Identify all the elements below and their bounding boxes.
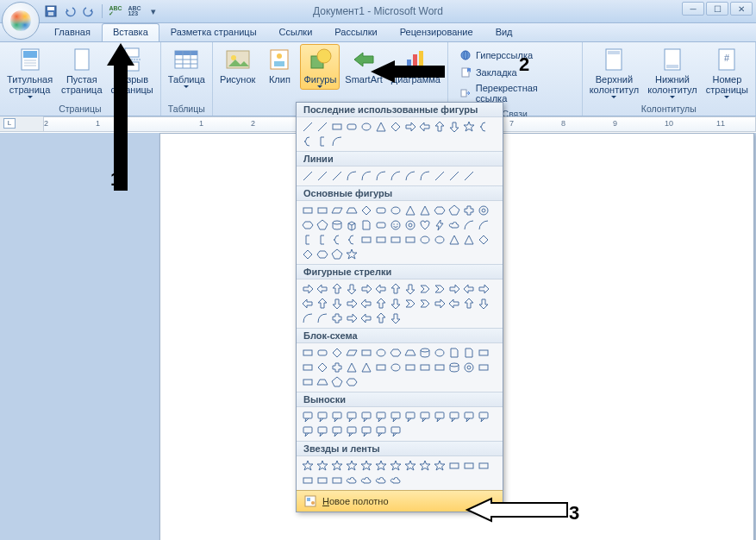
shape-item[interactable] xyxy=(330,297,344,311)
shape-item[interactable] xyxy=(330,218,344,232)
shape-item[interactable] xyxy=(477,120,490,134)
shape-item[interactable] xyxy=(418,282,432,296)
undo-icon[interactable] xyxy=(62,3,78,19)
shape-item[interactable] xyxy=(374,218,388,232)
shape-item[interactable] xyxy=(447,233,461,247)
shape-item[interactable] xyxy=(477,233,490,247)
shape-item[interactable] xyxy=(462,361,476,374)
shape-item[interactable] xyxy=(389,410,403,424)
shape-item[interactable] xyxy=(418,459,432,473)
shape-item[interactable] xyxy=(345,459,359,473)
shape-item[interactable] xyxy=(433,361,447,374)
shape-item[interactable] xyxy=(374,297,388,311)
shape-item[interactable] xyxy=(403,297,417,311)
shape-item[interactable] xyxy=(316,474,329,487)
shape-item[interactable] xyxy=(477,204,490,217)
shape-item[interactable] xyxy=(316,233,329,247)
shape-item[interactable] xyxy=(447,204,461,217)
shape-item[interactable] xyxy=(359,459,373,473)
shape-item[interactable] xyxy=(301,361,315,374)
blank-page-button[interactable]: Пустая страница xyxy=(58,44,105,97)
shape-item[interactable] xyxy=(345,375,359,389)
shape-item[interactable] xyxy=(403,459,417,473)
shape-item[interactable] xyxy=(301,120,315,134)
shape-item[interactable] xyxy=(330,410,344,424)
shape-item[interactable] xyxy=(374,361,388,374)
shape-item[interactable] xyxy=(389,233,403,247)
shape-item[interactable] xyxy=(374,474,388,487)
shape-item[interactable] xyxy=(447,282,461,296)
shape-item[interactable] xyxy=(433,282,447,296)
shape-item[interactable] xyxy=(316,169,329,183)
tab-page-layout[interactable]: Разметка страницы xyxy=(159,23,268,41)
shape-item[interactable] xyxy=(403,218,417,232)
bookmark-button[interactable]: Закладка xyxy=(457,65,573,80)
shape-item[interactable] xyxy=(359,169,373,183)
tab-selector[interactable]: L xyxy=(3,118,16,129)
shape-item[interactable] xyxy=(477,282,490,296)
shape-item[interactable] xyxy=(418,297,432,311)
minimize-button[interactable]: ─ xyxy=(682,2,704,16)
shape-item[interactable] xyxy=(389,459,403,473)
shape-item[interactable] xyxy=(301,311,315,325)
shape-item[interactable] xyxy=(359,120,373,134)
shape-item[interactable] xyxy=(477,346,490,360)
shape-item[interactable] xyxy=(403,346,417,360)
shape-item[interactable] xyxy=(316,204,329,217)
shape-item[interactable] xyxy=(330,424,344,438)
shape-item[interactable] xyxy=(330,459,344,473)
shape-item[interactable] xyxy=(374,424,388,438)
header-button[interactable]: Верхний колонтитул xyxy=(586,44,643,100)
shape-item[interactable] xyxy=(477,410,490,424)
shape-item[interactable] xyxy=(374,169,388,183)
shape-item[interactable] xyxy=(316,424,329,438)
shape-item[interactable] xyxy=(462,410,476,424)
shape-item[interactable] xyxy=(433,346,447,360)
shape-item[interactable] xyxy=(345,120,359,134)
shape-item[interactable] xyxy=(301,459,315,473)
shape-item[interactable] xyxy=(477,361,490,374)
tab-review[interactable]: Рецензирование xyxy=(389,23,484,41)
shape-item[interactable] xyxy=(301,375,315,389)
shape-item[interactable] xyxy=(345,204,359,217)
tab-view[interactable]: Вид xyxy=(484,23,524,41)
shape-item[interactable] xyxy=(316,361,329,374)
shape-item[interactable] xyxy=(447,218,461,232)
shape-item[interactable] xyxy=(330,474,344,487)
shape-item[interactable] xyxy=(374,120,388,134)
shape-item[interactable] xyxy=(345,169,359,183)
shape-item[interactable] xyxy=(345,248,359,261)
shape-item[interactable] xyxy=(316,459,329,473)
shape-item[interactable] xyxy=(301,282,315,296)
shape-item[interactable] xyxy=(345,474,359,487)
shape-item[interactable] xyxy=(330,346,344,360)
shape-item[interactable] xyxy=(345,361,359,374)
shape-item[interactable] xyxy=(316,248,329,261)
shape-item[interactable] xyxy=(447,297,461,311)
footer-button[interactable]: Нижний колонтитул xyxy=(644,44,701,100)
shape-item[interactable] xyxy=(462,282,476,296)
shape-item[interactable] xyxy=(330,248,344,261)
shape-item[interactable] xyxy=(433,459,447,473)
table-button[interactable]: Таблица xyxy=(165,44,209,90)
shape-item[interactable] xyxy=(418,169,432,183)
wordcount-icon[interactable]: ABC123 xyxy=(127,3,142,19)
shape-item[interactable] xyxy=(330,233,344,247)
shape-item[interactable] xyxy=(462,218,476,232)
shape-item[interactable] xyxy=(330,169,344,183)
redo-icon[interactable] xyxy=(81,3,97,19)
shape-item[interactable] xyxy=(374,346,388,360)
shape-item[interactable] xyxy=(418,233,432,247)
cover-page-button[interactable]: Титульная страница xyxy=(3,44,56,100)
shape-item[interactable] xyxy=(359,233,373,247)
shape-item[interactable] xyxy=(359,424,373,438)
tab-insert[interactable]: Вставка xyxy=(102,23,159,41)
shape-item[interactable] xyxy=(345,233,359,247)
shape-item[interactable] xyxy=(389,204,403,217)
shape-item[interactable] xyxy=(389,218,403,232)
shape-item[interactable] xyxy=(374,282,388,296)
shape-item[interactable] xyxy=(330,135,344,148)
shape-item[interactable] xyxy=(345,346,359,360)
shape-item[interactable] xyxy=(374,204,388,217)
shape-item[interactable] xyxy=(316,120,329,134)
